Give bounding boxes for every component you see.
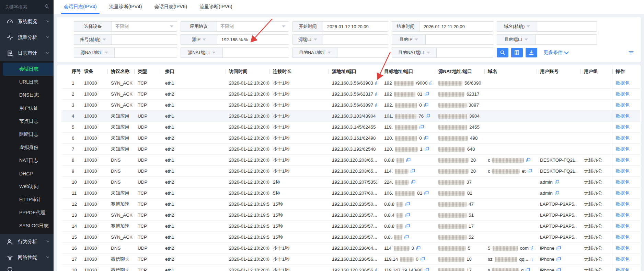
copy-icon[interactable] <box>528 169 532 173</box>
sidebar-item-HTTP审计[interactable]: HTTP审计 <box>0 193 54 206</box>
packet-link[interactable]: 数据包 <box>616 202 630 207</box>
packet-link[interactable]: 数据包 <box>616 257 630 262</box>
filter-dst-port-field[interactable] <box>535 34 597 45</box>
copy-icon[interactable] <box>406 158 411 162</box>
table-row[interactable]: 510030未知应用UDPeth12026-01-12 10:20:09少于1秒… <box>61 122 640 133</box>
table-row[interactable]: 210030SYN_ACKTCPeth22026-01-12 10:20:09少… <box>61 89 640 100</box>
copy-icon[interactable] <box>531 246 533 250</box>
filter-src-nat-addr-input[interactable] <box>118 50 173 56</box>
filter-dst-nat-port-field[interactable] <box>436 47 493 58</box>
more-conditions-link[interactable]: 更多条件 <box>543 50 568 56</box>
table-row[interactable]: 1010030DNSUDPeth22026-01-12 10:20:072秒19… <box>61 177 640 188</box>
filter-dst-nat-port-input[interactable] <box>440 50 490 56</box>
packet-link[interactable]: 数据包 <box>616 136 630 141</box>
copy-icon[interactable] <box>411 180 415 184</box>
filter-domain-exact-input[interactable] <box>541 24 593 30</box>
packet-link[interactable]: 数据包 <box>616 80 630 86</box>
packet-link[interactable]: 数据包 <box>616 180 630 185</box>
filter-account-exact-input[interactable] <box>115 37 173 43</box>
copy-icon[interactable] <box>526 158 530 162</box>
filter-account-exact-label[interactable]: 账号(精确) <box>74 34 112 45</box>
table-row[interactable]: 910030DNSUDPeth12026-01-12 10:20:09少于1秒1… <box>61 166 640 177</box>
packet-link[interactable]: 数据包 <box>616 113 630 119</box>
copy-icon[interactable] <box>405 202 410 206</box>
packet-link[interactable]: 数据包 <box>616 191 630 196</box>
copy-icon[interactable] <box>411 169 415 173</box>
sidebar-item-NAT日志[interactable]: NAT日志 <box>0 154 54 167</box>
table-row[interactable]: 1310030SYN_ACKTCPeth22026-01-12 10:19:54… <box>61 210 640 221</box>
copy-icon[interactable] <box>426 114 430 118</box>
table-row[interactable]: 1410030赛博加速TCPeth12026-01-12 10:19:5415秒… <box>61 221 640 232</box>
export-excel-button[interactable] <box>511 48 523 57</box>
tab-流量诊断(IPV6)[interactable]: 流量诊断(IPV6) <box>195 0 237 14</box>
filter-src-port-input[interactable] <box>326 37 384 43</box>
filter-dst-nat-port-label[interactable]: 目的NAT端口 <box>392 47 436 58</box>
copy-icon[interactable] <box>425 147 429 151</box>
sidebar-item-用户认证[interactable]: 用户认证 <box>0 102 54 115</box>
filter-start-time-input[interactable] <box>326 24 384 30</box>
copy-icon[interactable] <box>425 92 429 96</box>
tab-流量诊断(IPV4)[interactable]: 流量诊断(IPV4) <box>104 0 147 14</box>
filter-src-ip-label[interactable]: 源IP <box>181 34 217 45</box>
filter-src-nat-addr-field[interactable] <box>114 47 177 58</box>
table-row[interactable]: 1510030SYN_ACKTCPeth12026-01-12 10:19:54… <box>61 232 640 243</box>
packet-link[interactable]: 数据包 <box>616 124 630 130</box>
packet-link[interactable]: 数据包 <box>616 102 630 108</box>
filter-dst-port-input[interactable] <box>539 37 593 43</box>
filter-account-exact-field[interactable] <box>112 34 177 45</box>
copy-icon[interactable] <box>424 191 429 195</box>
copy-icon[interactable] <box>421 257 425 261</box>
filter-src-ip-input[interactable] <box>221 37 285 43</box>
copy-icon[interactable] <box>424 103 428 107</box>
sidebar-group-流量分析[interactable]: 流量分析 <box>0 30 54 45</box>
copy-icon[interactable] <box>555 191 559 195</box>
sidebar-group-行为分析[interactable]: 行为分析 <box>0 234 54 250</box>
table-row[interactable]: 1610030DNSUDPeth22026-01-12 10:20:09少于1秒… <box>61 243 640 254</box>
sidebar-group-系统概况[interactable]: 系统概况 <box>0 14 54 30</box>
table-row[interactable]: 1710030微信聊天TCPeth22026-01-12 10:20:09少于1… <box>61 254 640 265</box>
sidebar-item-会话日志[interactable]: 会话日志 <box>3 63 54 76</box>
copy-icon[interactable] <box>375 268 377 271</box>
filter-src-ip-field[interactable] <box>217 34 289 45</box>
filter-domain-exact-label[interactable]: 域名(精确) <box>497 21 537 32</box>
table-row[interactable]: 1210030赛博加速TCPeth12026-01-12 10:19:5415秒… <box>61 199 640 210</box>
search-button[interactable] <box>497 48 508 57</box>
sidebar-item-节点日志[interactable]: 节点日志 <box>0 115 54 128</box>
keyword-search-input[interactable] <box>4 4 42 10</box>
copy-icon[interactable] <box>556 246 561 250</box>
packet-link[interactable]: 数据包 <box>616 91 630 97</box>
packet-link[interactable]: 数据包 <box>616 224 630 229</box>
copy-icon[interactable] <box>405 213 410 217</box>
copy-icon[interactable] <box>429 81 432 85</box>
search-icon[interactable] <box>44 4 49 10</box>
sidebar-item-DHCP[interactable]: DHCP <box>0 167 54 180</box>
filter-dst-ip-field[interactable] <box>425 34 493 45</box>
packet-link[interactable]: 数据包 <box>616 213 630 218</box>
table-row[interactable]: 310030SYN_ACKTCPeth12026-01-12 10:20:09少… <box>61 100 640 111</box>
filter-src-nat-port-input[interactable] <box>226 50 285 56</box>
filter-dst-nat-addr-input[interactable] <box>341 50 384 56</box>
filter-dst-ip-input[interactable] <box>429 37 490 43</box>
sidebar-item-虚拟身份[interactable]: 虚拟身份 <box>0 141 54 154</box>
packet-link[interactable]: 数据包 <box>616 169 630 174</box>
packet-link[interactable]: 数据包 <box>616 158 630 163</box>
sidebar-item-阻断日志[interactable]: 阻断日志 <box>0 128 54 141</box>
sidebar-group-日志审计[interactable]: 日志审计 <box>0 45 54 61</box>
sidebar-group-partial[interactable] <box>0 265 54 271</box>
filter-src-nat-port-label[interactable]: 源NAT端口 <box>181 47 222 58</box>
filter-domain-exact-field[interactable] <box>537 21 597 32</box>
table-row[interactable]: 110030SYN_ACKTCPeth12026-01-12 10:20:09少… <box>61 78 640 89</box>
table-row[interactable]: 810030DNSUDPeth12026-01-12 10:20:09少于1秒1… <box>61 155 640 166</box>
copy-icon[interactable] <box>416 246 421 250</box>
copy-icon[interactable] <box>404 235 409 239</box>
filter-device-field[interactable]: 不限制 <box>112 21 177 32</box>
filter-start-time-field[interactable] <box>323 21 388 32</box>
packet-link[interactable]: 数据包 <box>616 268 630 271</box>
column-settings-icon[interactable] <box>628 50 636 56</box>
copy-icon[interactable] <box>425 268 429 271</box>
packet-link[interactable]: 数据包 <box>616 246 630 251</box>
copy-icon[interactable] <box>424 136 428 140</box>
filter-end-time-input[interactable] <box>423 24 490 30</box>
copy-icon[interactable] <box>375 92 377 96</box>
sidebar-item-SYSLOG日志[interactable]: SYSLOG日志 <box>0 219 54 232</box>
